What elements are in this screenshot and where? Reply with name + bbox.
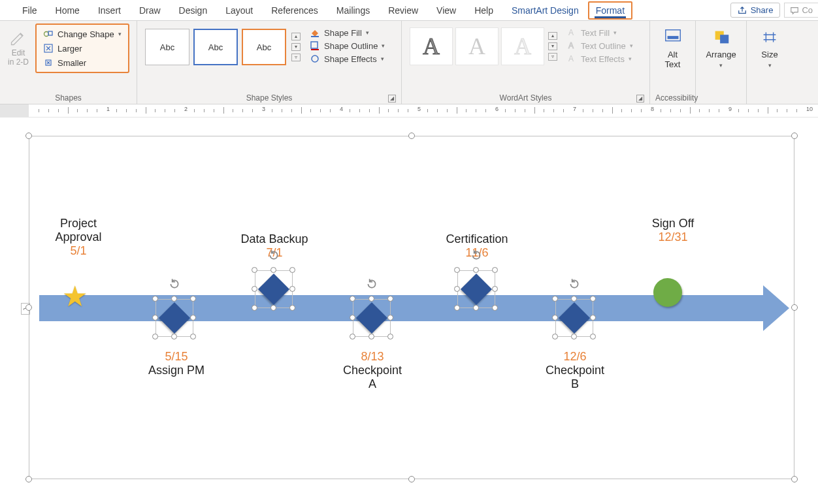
wordart-thumb-1[interactable]: A (410, 27, 453, 65)
size-icon (760, 27, 779, 47)
milestone-date: 8/13 (333, 350, 412, 364)
horizontal-ruler[interactable]: 12345678910 (0, 104, 818, 118)
svg-rect-5 (311, 42, 318, 48)
tab-review[interactable]: Review (379, 1, 427, 20)
ruler-tick: 8 (651, 106, 654, 112)
milestone-label[interactable]: Project Approval 5/1 (39, 217, 118, 258)
text-effects-label: Text Effects (581, 54, 625, 64)
shape-outline-label: Shape Outline (324, 41, 378, 51)
selection-handle[interactable] (408, 476, 415, 482)
milestone-title: Assign PM (137, 364, 216, 377)
selection-handle[interactable] (791, 133, 798, 139)
text-outline-icon: A (566, 40, 577, 51)
rotate-handle-icon[interactable] (568, 278, 580, 290)
svg-text:A: A (568, 41, 574, 50)
svg-rect-6 (311, 49, 319, 50)
gallery-more[interactable]: ▴▾▿ (290, 29, 301, 65)
timeline-arrow-head[interactable] (763, 285, 789, 331)
style-thumb-2[interactable]: Abc (193, 29, 238, 65)
change-shape-button[interactable]: Change Shape ▾ (39, 27, 125, 40)
svg-rect-11 (665, 30, 680, 41)
group-label-arrange (701, 101, 741, 104)
shape-outline-button[interactable]: Shape Outline ▾ (310, 40, 385, 51)
tab-view[interactable]: View (427, 1, 465, 20)
comment-icon (790, 6, 799, 15)
circle-marker[interactable] (653, 278, 682, 307)
wordart-gallery[interactable]: A A A ▴▾▿ (407, 24, 560, 69)
selection-handle[interactable] (408, 133, 415, 139)
text-outline-label: Text Outline (581, 41, 626, 51)
ruler-tick: 2 (184, 106, 188, 112)
ruler-tick: 5 (417, 106, 421, 112)
arrange-button[interactable]: Arrange ▾ (700, 24, 741, 72)
ruler-tick: 10 (806, 106, 813, 112)
dialog-launcher-icon[interactable]: ◢ (636, 95, 644, 102)
shape-effects-button[interactable]: Shape Effects ▾ (310, 54, 385, 64)
selection-handle[interactable] (791, 476, 798, 482)
svg-rect-12 (667, 36, 678, 39)
wordart-thumb-3[interactable]: A (501, 27, 544, 65)
smaller-icon (43, 57, 54, 68)
larger-button[interactable]: Larger (39, 42, 125, 55)
selection-handle[interactable] (25, 476, 32, 482)
ruler-tick: 4 (340, 106, 343, 112)
rotate-handle-icon[interactable] (169, 278, 180, 290)
style-thumb-3[interactable]: Abc (242, 29, 286, 65)
milestone-date: 12/6 (536, 350, 614, 364)
milestone-label[interactable]: 5/15 Assign PM (137, 350, 216, 377)
selection-handle[interactable] (25, 304, 32, 311)
tab-format[interactable]: Format (588, 1, 632, 20)
rotate-handle-icon[interactable] (366, 278, 378, 290)
shape-style-gallery[interactable]: Abc Abc Abc ▴▾▿ (142, 24, 303, 71)
text-fill-label: Text Fill (581, 28, 610, 38)
effects-icon (310, 54, 320, 64)
diamond-marker[interactable] (152, 295, 197, 341)
tab-smartart-design[interactable]: SmartArt Design (502, 1, 588, 20)
tab-draw[interactable]: Draw (130, 1, 170, 20)
dialog-launcher-icon[interactable]: ◢ (388, 95, 396, 102)
svg-rect-4 (311, 36, 319, 37)
rotate-handle-icon[interactable] (268, 249, 280, 261)
size-label: Size (761, 50, 777, 59)
milestone-label[interactable]: 12/6 Checkpoint B (536, 350, 614, 391)
rotate-handle-icon[interactable] (470, 249, 482, 261)
share-button[interactable]: Share (730, 3, 781, 18)
diamond-marker[interactable] (251, 266, 297, 312)
wordart-more[interactable]: ▴▾▿ (547, 27, 557, 65)
tab-insert[interactable]: Insert (89, 1, 130, 20)
tab-layout[interactable]: Layout (216, 1, 262, 20)
selection-handle[interactable] (791, 304, 798, 311)
share-icon (738, 6, 747, 15)
tab-design[interactable]: Design (170, 1, 217, 20)
selection-handle[interactable] (25, 133, 32, 139)
comments-button[interactable]: Co (784, 3, 818, 18)
tab-references[interactable]: References (262, 1, 327, 20)
milestone-title: Certification (431, 232, 523, 246)
comments-label: Co (802, 5, 813, 15)
tab-mailings[interactable]: Mailings (327, 1, 379, 20)
milestone-label[interactable]: Sign Off 12/31 (634, 217, 712, 244)
tab-file[interactable]: File (13, 1, 46, 20)
wordart-thumb-2[interactable]: A (455, 27, 499, 65)
star-icon[interactable]: ★ (62, 279, 88, 313)
group-label-shapes: Shapes (5, 92, 131, 104)
ribbon-panel: Edit in 2-D Change Shape ▾ Larger Smalle… (0, 21, 818, 104)
shape-fill-button[interactable]: Shape Fill ▾ (310, 27, 385, 38)
text-outline-button: A Text Outline ▾ (566, 40, 633, 51)
diamond-marker[interactable] (349, 295, 395, 341)
tab-home[interactable]: Home (46, 1, 89, 20)
alt-text-button[interactable]: Alt Text (658, 24, 688, 73)
ruler-tick: 7 (573, 106, 576, 112)
group-label-shape-styles: Shape Styles◢ (142, 92, 396, 104)
diamond-marker[interactable] (453, 266, 499, 312)
smaller-label: Smaller (57, 58, 86, 68)
larger-icon (43, 43, 54, 54)
shapes-commands-highlight: Change Shape ▾ Larger Smaller (35, 24, 129, 73)
diamond-marker[interactable] (551, 295, 597, 341)
milestone-label[interactable]: 8/13 Checkpoint A (333, 350, 412, 391)
document-canvas[interactable]: ⌐ Project Approval 5/1 Data Backup 7/1 C… (0, 118, 818, 504)
size-button[interactable]: Size ▾ (755, 24, 785, 72)
tab-help[interactable]: Help (465, 1, 502, 20)
style-thumb-1[interactable]: Abc (145, 29, 189, 65)
smaller-button[interactable]: Smaller (39, 56, 125, 69)
